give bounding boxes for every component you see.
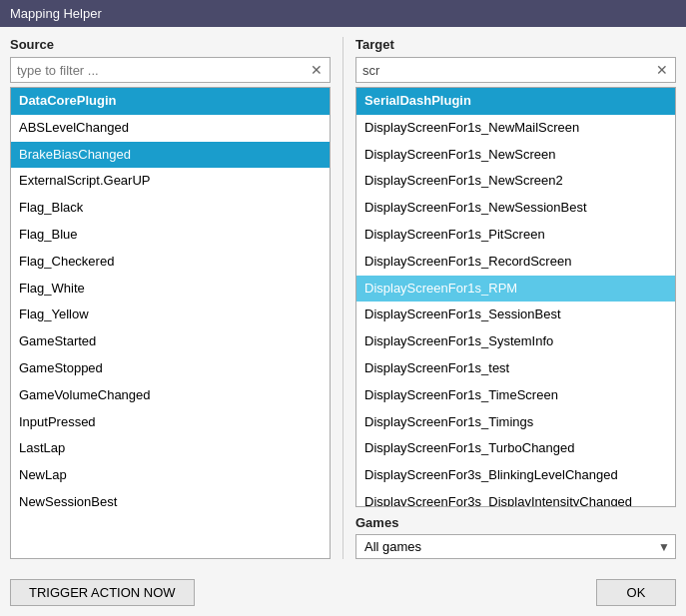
target-clear-button[interactable]: ✕ (652, 60, 672, 80)
target-panel: Target ✕ SerialDashPluginDisplayScreenFo… (355, 37, 676, 559)
target-list-item[interactable]: SerialDashPlugin (356, 88, 675, 115)
dialog-container: Mapping Helper Source ✕ DataCorePluginAB… (0, 0, 686, 616)
source-panel: Source ✕ DataCorePluginABSLevelChangedBr… (10, 37, 331, 559)
target-list-item[interactable]: DisplayScreenFor1s_NewScreen (356, 142, 675, 169)
source-list-item[interactable]: ABSLevelChanged (11, 115, 330, 142)
source-list-item[interactable]: Flag_White (11, 276, 330, 303)
target-list-item[interactable]: DisplayScreenFor1s_SystemInfo (356, 328, 675, 355)
target-list-item[interactable]: DisplayScreenFor1s_PitScreen (356, 222, 675, 249)
target-list-item[interactable]: DisplayScreenFor1s_test (356, 355, 675, 382)
ok-button[interactable]: OK (596, 579, 676, 606)
games-label: Games (355, 515, 676, 530)
source-label: Source (10, 37, 331, 52)
target-list-item[interactable]: DisplayScreenFor1s_NewSessionBest (356, 195, 675, 222)
footer: TRIGGER ACTION NOW OK (0, 569, 686, 616)
source-list-item[interactable]: Flag_Yellow (11, 302, 330, 328)
target-list-item[interactable]: DisplayScreenFor3s_DisplayIntensityChang… (356, 489, 675, 507)
source-list[interactable]: DataCorePluginABSLevelChangedBrakeBiasCh… (10, 87, 331, 559)
target-list[interactable]: SerialDashPluginDisplayScreenFor1s_NewMa… (355, 87, 676, 507)
source-list-item[interactable]: GameVolumeChanged (11, 382, 330, 409)
target-list-item[interactable]: DisplayScreenFor1s_NewMailScreen (356, 115, 675, 142)
target-label: Target (355, 37, 676, 52)
source-list-item[interactable]: GameStopped (11, 355, 330, 382)
target-list-item[interactable]: DisplayScreenFor1s_NewScreen2 (356, 168, 675, 195)
source-list-item[interactable]: NewSessionBest (11, 489, 330, 516)
trigger-action-button[interactable]: TRIGGER ACTION NOW (10, 579, 195, 606)
target-list-item[interactable]: DisplayScreenFor1s_RecordScreen (356, 249, 675, 276)
target-search-box: ✕ (355, 57, 676, 83)
source-clear-button[interactable]: ✕ (307, 60, 327, 80)
games-section: Games All gamesiRacingAssetto CorsaAsset… (355, 507, 676, 559)
games-select-wrap: All gamesiRacingAssetto CorsaAssetto Cor… (355, 534, 676, 559)
source-list-item[interactable]: DataCorePlugin (11, 88, 330, 115)
target-list-item[interactable]: DisplayScreenFor1s_RPM (356, 276, 675, 303)
content-area: Source ✕ DataCorePluginABSLevelChangedBr… (0, 27, 686, 569)
target-list-item[interactable]: DisplayScreenFor1s_SessionBest (356, 302, 675, 328)
target-filter-input[interactable] (356, 61, 652, 80)
dialog-title: Mapping Helper (10, 6, 102, 21)
source-search-box: ✕ (10, 57, 331, 83)
source-list-item[interactable]: Flag_Black (11, 195, 330, 222)
source-list-item[interactable]: InputPressed (11, 409, 330, 436)
source-filter-input[interactable] (11, 61, 307, 80)
source-list-item[interactable]: LastLap (11, 435, 330, 462)
title-bar: Mapping Helper (0, 0, 686, 27)
source-list-item[interactable]: NewLap (11, 462, 330, 489)
source-list-item[interactable]: GameStarted (11, 328, 330, 355)
games-select[interactable]: All gamesiRacingAssetto CorsaAssetto Cor… (355, 534, 676, 559)
panel-divider (343, 37, 343, 559)
source-list-item[interactable]: Flag_Blue (11, 222, 330, 249)
source-list-item[interactable]: BrakeBiasChanged (11, 142, 330, 169)
target-list-item[interactable]: DisplayScreenFor1s_Timings (356, 409, 675, 436)
target-list-item[interactable]: DisplayScreenFor1s_TurboChanged (356, 435, 675, 462)
source-list-item[interactable]: Flag_Checkered (11, 249, 330, 276)
target-list-item[interactable]: DisplayScreenFor3s_BlinkingLevelChanged (356, 462, 675, 489)
source-list-item[interactable]: ExternalScript.GearUP (11, 168, 330, 195)
target-list-item[interactable]: DisplayScreenFor1s_TimeScreen (356, 382, 675, 409)
